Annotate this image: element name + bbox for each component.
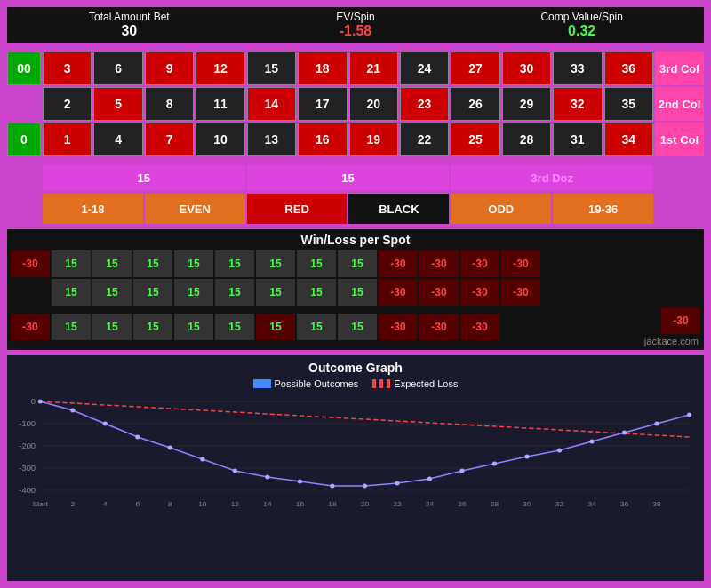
cell-26[interactable]: 26 <box>451 87 499 121</box>
cell-5[interactable]: 5 <box>93 87 142 121</box>
cell-27[interactable]: 27 <box>451 52 499 85</box>
cell-22[interactable]: 22 <box>400 123 449 156</box>
wl-r3-c0: -30 <box>11 314 50 340</box>
svg-text:18: 18 <box>328 500 337 508</box>
ev-block: EV/Spin -1.58 <box>243 11 469 39</box>
svg-point-13 <box>103 422 108 426</box>
bottom-bets: 15 15 3rd Doz 1-18 EVEN RED BLACK ODD 19… <box>7 165 704 224</box>
cell-20[interactable]: 20 <box>349 87 398 121</box>
cell-11[interactable]: 11 <box>196 87 244 121</box>
legend-possible: Possible Outcomes <box>253 378 359 389</box>
svg-text:-200: -200 <box>19 441 36 450</box>
bet-black[interactable]: BLACK <box>348 194 449 224</box>
cell-6[interactable]: 6 <box>93 52 142 85</box>
cell-1[interactable]: 1 <box>43 123 92 156</box>
cell-10[interactable]: 10 <box>196 123 244 156</box>
cell-0[interactable]: 0 <box>7 123 41 156</box>
wl-r1-c4: 15 <box>174 250 213 277</box>
cell-14[interactable]: 14 <box>247 87 296 121</box>
bet-19-36[interactable]: 19-36 <box>553 194 653 224</box>
col-label-2nd[interactable]: 2nd Col <box>655 87 704 121</box>
legend-red-box <box>372 379 390 388</box>
svg-point-20 <box>330 484 334 489</box>
bet-red[interactable]: RED <box>247 194 348 224</box>
bet-1-18[interactable]: 1-18 <box>43 194 143 224</box>
dozen-3[interactable]: 3rd Doz <box>451 165 653 190</box>
svg-point-22 <box>395 481 399 486</box>
cell-15[interactable]: 15 <box>247 52 296 85</box>
svg-point-29 <box>622 431 627 435</box>
cell-36[interactable]: 36 <box>604 52 653 85</box>
cell-13[interactable]: 13 <box>247 123 296 156</box>
col-label-3rd[interactable]: 3rd Col <box>655 52 704 85</box>
wl-r1-c3: 15 <box>133 250 172 277</box>
svg-point-17 <box>233 469 237 473</box>
cell-21[interactable]: 21 <box>349 52 398 85</box>
cell-31[interactable]: 31 <box>553 123 602 156</box>
svg-text:38: 38 <box>652 500 661 508</box>
cell-3[interactable]: 3 <box>43 52 92 85</box>
cell-4[interactable]: 4 <box>93 123 142 156</box>
wl-r1-c10: -30 <box>419 250 459 277</box>
svg-point-31 <box>687 413 691 417</box>
cell-18[interactable]: 18 <box>298 52 347 85</box>
svg-point-18 <box>265 475 269 480</box>
dozen-1[interactable]: 15 <box>43 165 245 190</box>
svg-text:10: 10 <box>198 500 207 508</box>
wl-row-2: 15 15 15 15 15 15 15 15 -30 -30 -30 -30 <box>11 279 700 306</box>
svg-point-24 <box>459 469 464 473</box>
wl-r3-c9: -30 <box>379 314 418 340</box>
cell-16[interactable]: 16 <box>298 123 347 156</box>
wl-r3-c8: 15 <box>338 314 377 340</box>
svg-point-25 <box>492 462 497 466</box>
main-container: Total Amount Bet 30 EV/Spin -1.58 Comp V… <box>0 0 711 588</box>
winloss-section: Win/Loss per Spot -30 15 15 15 15 15 15 … <box>7 229 704 350</box>
wl-r2-c11: -30 <box>460 279 499 306</box>
svg-point-12 <box>70 409 75 413</box>
dozen-2[interactable]: 15 <box>247 165 450 190</box>
svg-text:2: 2 <box>70 500 75 508</box>
cell-17[interactable]: 17 <box>298 87 347 121</box>
svg-point-14 <box>135 435 140 440</box>
legend-blue-box <box>253 379 271 388</box>
wl-r2-c5: 15 <box>215 279 254 306</box>
cell-7[interactable]: 7 <box>145 123 194 156</box>
cell-34[interactable]: 34 <box>604 123 653 156</box>
cell-29[interactable]: 29 <box>502 87 551 121</box>
graph-area: 0 -100 -200 -300 -400 <box>12 393 699 508</box>
cell-24[interactable]: 24 <box>400 52 449 85</box>
cell-12[interactable]: 12 <box>196 52 244 85</box>
wl-r2-c4: 15 <box>174 279 213 306</box>
svg-text:-300: -300 <box>19 464 36 473</box>
cell-35[interactable]: 35 <box>604 87 653 121</box>
cell-23[interactable]: 23 <box>400 87 449 121</box>
wl-r2-c12: -30 <box>501 279 540 306</box>
cell-32[interactable]: 32 <box>553 87 602 121</box>
bet-even[interactable]: EVEN <box>145 194 245 224</box>
cell-33[interactable]: 33 <box>553 52 602 85</box>
cell-9[interactable]: 9 <box>145 52 194 85</box>
total-bet-label: Total Amount Bet <box>16 11 243 23</box>
svg-point-26 <box>524 455 529 459</box>
svg-point-16 <box>200 457 204 462</box>
cell-30[interactable]: 30 <box>502 52 551 85</box>
stats-row: Total Amount Bet 30 EV/Spin -1.58 Comp V… <box>7 7 704 43</box>
cell-00[interactable]: 00 <box>7 52 41 85</box>
svg-text:-100: -100 <box>19 419 36 428</box>
legend-possible-label: Possible Outcomes <box>275 378 359 389</box>
wl-r1-c5: 15 <box>215 250 254 277</box>
cell-19[interactable]: 19 <box>349 123 398 156</box>
bet-odd[interactable]: ODD <box>451 194 551 224</box>
cell-28[interactable]: 28 <box>502 123 551 156</box>
svg-text:Start: Start <box>32 500 48 508</box>
col-label-1st[interactable]: 1st Col <box>655 123 704 156</box>
wl-r2-c10: -30 <box>419 279 459 306</box>
svg-text:24: 24 <box>426 500 435 508</box>
cell-2[interactable]: 2 <box>43 87 92 121</box>
wl-r2-c9: -30 <box>379 279 418 306</box>
svg-text:30: 30 <box>523 500 531 508</box>
wl-r3-c10: -30 <box>419 314 459 340</box>
cell-8[interactable]: 8 <box>145 87 194 121</box>
cell-25[interactable]: 25 <box>451 123 499 156</box>
ev-label: EV/Spin <box>243 11 469 23</box>
